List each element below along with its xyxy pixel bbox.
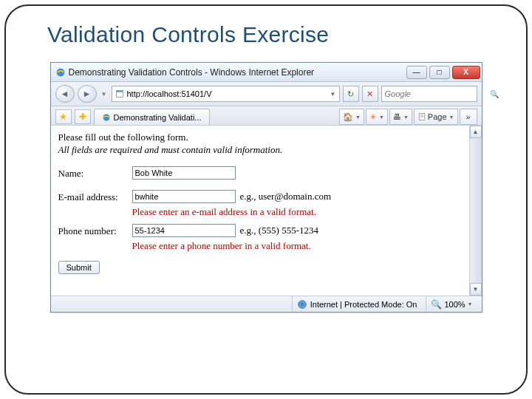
back-button[interactable]: ◄ — [55, 85, 75, 103]
home-icon: 🏠 — [343, 112, 353, 122]
close-button[interactable]: X — [452, 66, 480, 79]
error-email: Please enter an e-mail address in a vali… — [132, 206, 462, 218]
window-title: Demonstrating Validation Controls - Wind… — [69, 67, 406, 78]
ie-logo-icon — [55, 67, 66, 78]
zoom-control[interactable]: 🔍 100% ▼ — [426, 296, 477, 312]
tab-active[interactable]: Demonstrating Validati... — [94, 109, 210, 125]
favorites-center-button[interactable]: ★ — [55, 109, 72, 124]
magnifier-icon: 🔍 — [431, 299, 442, 310]
tools-overflow-button[interactable]: » — [460, 109, 477, 125]
chevron-right-icon: » — [466, 112, 470, 121]
nav-toolbar: ◄ ► ▼ ▼ ↻ ✕ 🔍 — [51, 82, 482, 106]
tab-toolbar: ★ ✚ Demonstrating Validati... 🏠▼ ☀▼ 🖶▼ P… — [51, 106, 482, 126]
page-menu-label: Page — [428, 112, 447, 121]
refresh-button[interactable]: ↻ — [343, 86, 359, 102]
tab-favicon-icon — [102, 113, 111, 122]
hint-phone: e.g., (555) 555-1234 — [240, 224, 319, 236]
home-button[interactable]: 🏠▼ — [339, 109, 364, 125]
security-zone[interactable]: Internet | Protected Mode: On — [292, 296, 422, 312]
back-arrow-icon: ◄ — [61, 89, 69, 99]
svg-rect-2 — [116, 91, 123, 92]
hint-email: e.g., user@domain.com — [240, 190, 332, 202]
instruction-line-2: All fields are required and must contain… — [58, 144, 462, 156]
scroll-up-button[interactable]: ▲ — [470, 126, 482, 138]
zone-text: Internet | Protected Mode: On — [310, 300, 417, 309]
address-dropdown-icon[interactable]: ▼ — [330, 91, 336, 98]
close-icon: X — [463, 68, 468, 76]
nav-history-dropdown[interactable]: ▼ — [100, 85, 109, 103]
page-content: Please fill out the following form. All … — [51, 126, 469, 296]
input-name[interactable] — [132, 166, 236, 180]
star-plus-icon: ✚ — [79, 112, 86, 122]
print-icon: 🖶 — [393, 112, 401, 121]
stop-icon: ✕ — [366, 89, 373, 99]
forward-arrow-icon: ► — [83, 89, 92, 99]
row-phone: Phone number: e.g., (555) 555-1234 — [58, 224, 462, 237]
page-menu-icon — [417, 112, 426, 121]
label-email: E-mail address: — [58, 190, 132, 203]
zoom-text: 100% — [444, 300, 465, 309]
add-favorites-button[interactable]: ✚ — [75, 109, 91, 124]
minimize-icon: — — [413, 68, 420, 76]
zoom-dropdown-icon[interactable]: ▼ — [468, 301, 473, 307]
label-name: Name: — [58, 166, 132, 180]
forward-button[interactable]: ► — [78, 85, 97, 103]
address-bar[interactable]: ▼ — [112, 86, 340, 102]
slide-title: Validation Controls Exercise — [47, 22, 504, 47]
vertical-scrollbar[interactable]: ▲ ▼ — [469, 126, 482, 296]
page-favicon-icon — [115, 89, 124, 98]
stop-button[interactable]: ✕ — [362, 86, 378, 102]
window-titlebar[interactable]: Demonstrating Validation Controls - Wind… — [51, 63, 482, 82]
content-container: Please fill out the following form. All … — [51, 126, 482, 296]
submit-button[interactable]: Submit — [58, 261, 100, 274]
ie-window: Demonstrating Validation Controls - Wind… — [50, 62, 482, 313]
globe-icon — [297, 299, 307, 310]
star-icon: ★ — [59, 112, 67, 122]
refresh-icon: ↻ — [347, 89, 354, 99]
address-input[interactable] — [127, 89, 327, 98]
maximize-icon: □ — [437, 68, 441, 76]
input-phone[interactable] — [132, 224, 236, 237]
label-phone: Phone number: — [58, 224, 132, 237]
search-go-button[interactable]: 🔍 — [490, 90, 499, 98]
error-phone: Please enter a phone number in a valid f… — [132, 240, 462, 252]
row-email: E-mail address: e.g., user@domain.com — [58, 190, 462, 203]
instruction-line-1: Please fill out the following form. — [58, 132, 462, 143]
search-input[interactable] — [385, 89, 488, 98]
feeds-icon: ☀ — [369, 112, 377, 122]
tab-label: Demonstrating Validati... — [114, 113, 202, 122]
row-name: Name: — [58, 166, 462, 180]
status-bar: Internet | Protected Mode: On 🔍 100% ▼ — [51, 296, 482, 312]
slide-frame: Validation Controls Exercise Demonstrati… — [4, 4, 528, 395]
scroll-down-button[interactable]: ▼ — [470, 283, 482, 296]
page-menu-button[interactable]: Page▼ — [414, 109, 458, 125]
scroll-track[interactable] — [470, 138, 482, 283]
feeds-button[interactable]: ☀▼ — [366, 109, 388, 125]
input-email[interactable] — [132, 190, 236, 203]
minimize-button[interactable]: — — [406, 66, 427, 79]
print-button[interactable]: 🖶▼ — [389, 109, 412, 125]
maximize-button[interactable]: □ — [429, 66, 450, 79]
search-box[interactable]: 🔍 — [381, 86, 477, 102]
